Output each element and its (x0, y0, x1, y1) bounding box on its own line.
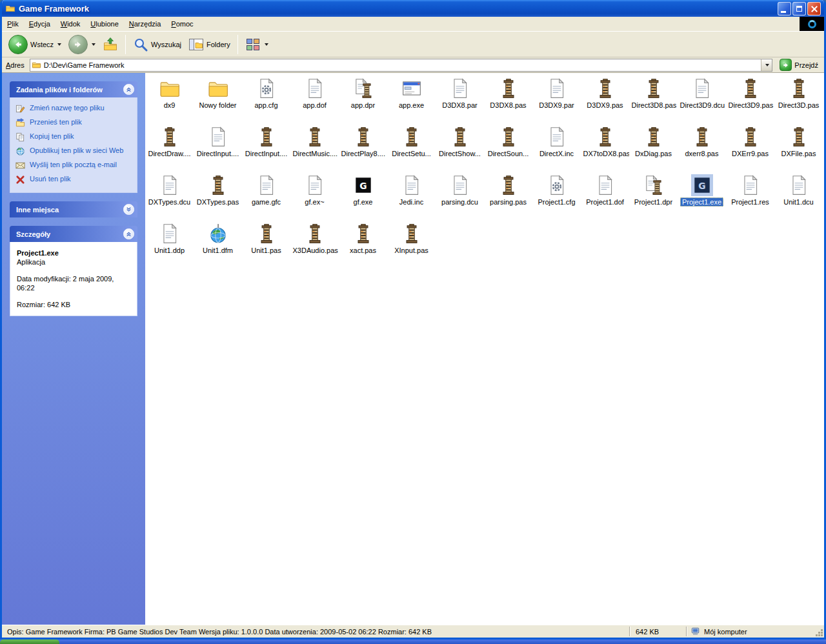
file-item-xact-pas[interactable]: xact.pas (339, 220, 387, 268)
file-item-direct3d9-dcu[interactable]: Direct3D9.dcu (678, 75, 726, 123)
panel-other-places-header[interactable]: Inne miejsca (10, 201, 137, 217)
titlebar[interactable]: Game Framework (2, 0, 824, 17)
forward-button[interactable] (66, 33, 98, 56)
file-item-parsing-dcu[interactable]: parsing.dcu (436, 172, 484, 220)
up-button[interactable] (100, 35, 121, 54)
file-item-app-cfg[interactable]: app.cfg (242, 75, 290, 123)
file-item-direct3d-pas[interactable]: Direct3D.pas (774, 75, 823, 123)
file-item-directmusic[interactable]: DirectMusic.... (290, 123, 339, 172)
file-item-direct3d8-pas[interactable]: Direct3D8.pas (629, 75, 678, 123)
file-item-d3dx9-pas[interactable]: D3DX9.pas (581, 75, 629, 123)
file-area[interactable]: dx9Nowy folderapp.cfgapp.dofapp.dprapp.e… (145, 73, 824, 625)
file-item-nowy-folder[interactable]: Nowy folder (194, 75, 242, 123)
folder-icon (159, 77, 181, 99)
search-button[interactable]: Wyszukaj (130, 35, 184, 54)
menu-item-ulubione[interactable]: Ulubione (85, 18, 123, 30)
views-button[interactable] (243, 35, 271, 54)
file-item-dxtypes-dcu[interactable]: DXTypes.dcu (145, 172, 194, 220)
file-item-dx7todx8-pas[interactable]: DX7toDX8.pas (581, 123, 629, 172)
file-item-game-gfc[interactable]: game.gfc (242, 172, 290, 220)
doc-icon (594, 174, 616, 196)
file-item-directdraw[interactable]: DirectDraw.... (145, 123, 194, 172)
file-item-dxdiag-pas[interactable]: DxDiag.pas (629, 123, 678, 172)
menu-item-narzedzia[interactable]: Narzędzia (124, 18, 166, 30)
file-item-dxerr8-pas[interactable]: dxerr8.pas (678, 123, 726, 172)
file-item-dxtypes-pas[interactable]: DXTypes.pas (194, 172, 242, 220)
file-item-unit1-pas[interactable]: Unit1.pas (242, 220, 290, 268)
file-item-gf-exe[interactable]: Ggf.exe (339, 172, 387, 220)
file-item-unit1-dcu[interactable]: Unit1.dcu (774, 172, 823, 220)
address-dropdown-button[interactable] (761, 59, 772, 71)
file-item-directsetu[interactable]: DirectSetu... (387, 123, 436, 172)
file-item-d3dx8-pas[interactable]: D3DX8.pas (484, 75, 532, 123)
file-item-unit1-dfm[interactable]: Unit1.dfm (194, 220, 242, 268)
maximize-button[interactable] (792, 2, 806, 15)
chevron-down-icon[interactable] (123, 204, 134, 215)
file-item-project1-dof[interactable]: Project1.dof (581, 172, 629, 220)
file-item-app-exe[interactable]: app.exe (387, 75, 436, 123)
close-button[interactable] (807, 2, 821, 15)
file-item-dxfile-pas[interactable]: DXFile.pas (774, 123, 823, 172)
file-item-project1-exe[interactable]: GProject1.exe (678, 172, 726, 220)
doc-icon (159, 174, 181, 196)
file-item-directplay8[interactable]: DirectPlay8.... (339, 123, 387, 172)
folders-button[interactable]: Foldery (186, 35, 233, 54)
file-item-d3dx9-par[interactable]: D3DX9.par (532, 75, 581, 123)
file-item-directsoun[interactable]: DirectSoun... (484, 123, 532, 172)
file-item-directshow[interactable]: DirectShow... (436, 123, 484, 172)
folders-label: Foldery (206, 41, 230, 48)
menu-item-plik[interactable]: Plik (2, 18, 24, 30)
menu-item-pomoc[interactable]: Pomoc (166, 18, 198, 30)
go-button[interactable]: Przejdź (776, 58, 821, 72)
pas-icon (352, 223, 374, 245)
file-item-xinput-pas[interactable]: XInput.pas (387, 220, 436, 268)
chevron-up-icon[interactable] (123, 228, 134, 239)
taskbar[interactable] (0, 639, 826, 644)
address-input[interactable]: D:\Dev\Game Framework (30, 59, 773, 72)
file-item-d3dx8-par[interactable]: D3DX8.par (436, 75, 484, 123)
panel-file-tasks-header[interactable]: Zadania plików i folderów (10, 81, 137, 97)
resize-grip[interactable] (815, 625, 824, 638)
panel-details: Szczegóły Project1.exe Aplikacja Data mo… (10, 226, 137, 316)
file-item-gf-ex[interactable]: gf.ex~ (290, 172, 339, 220)
minimize-button[interactable] (778, 2, 791, 15)
file-item-project1-dpr[interactable]: Project1.dpr (629, 172, 678, 220)
task-zmien-nazwe-tego-pliku[interactable]: Zmień nazwę tego pliku (15, 102, 134, 116)
file-item-dx9[interactable]: dx9 (145, 75, 194, 123)
task-opublikuj-ten-plik-w-sieci-web[interactable]: Opublikuj ten plik w sieci Web (15, 145, 134, 159)
file-item-project1-cfg[interactable]: Project1.cfg (532, 172, 581, 220)
file-item-app-dpr[interactable]: app.dpr (339, 75, 387, 123)
file-label: DirectX.inc (538, 149, 576, 158)
chevron-up-icon[interactable] (123, 84, 134, 95)
pas-icon (594, 126, 616, 148)
file-item-direct3d9-pas[interactable]: Direct3D9.pas (726, 75, 774, 123)
task-usun-ten-plik[interactable]: Usuń ten plik (15, 173, 134, 187)
file-label: Project1.res (729, 197, 771, 206)
file-tasks-title: Zadania plików i folderów (16, 86, 123, 94)
task-kopiuj-ten-plik[interactable]: Kopiuj ten plik (15, 130, 134, 145)
file-item-project1-res[interactable]: Project1.res (726, 172, 774, 220)
doc-icon (304, 174, 326, 196)
file-item-x3daudio-pas[interactable]: X3DAudio.pas (290, 220, 339, 268)
start-button-sliver[interactable] (0, 639, 59, 644)
menu-item-widok[interactable]: Widok (55, 18, 86, 30)
menubar: PlikEdycjaWidokUlubioneNarzędziaPomoc (2, 17, 824, 31)
file-item-parsing-pas[interactable]: parsing.pas (484, 172, 532, 220)
task-wyslij-ten-plik-poczta-e-mail[interactable]: Wyślij ten plik pocztą e-mail (15, 159, 134, 173)
file-item-jedi-inc[interactable]: Jedi.inc (387, 172, 436, 220)
address-label-rest: dres (10, 61, 24, 69)
file-item-directx-inc[interactable]: DirectX.inc (532, 123, 581, 172)
file-item-directinput[interactable]: DirectInput.... (242, 123, 290, 172)
file-item-directinput[interactable]: DirectInput.... (194, 123, 242, 172)
menu-item-edycja[interactable]: Edycja (24, 18, 55, 30)
back-button[interactable]: Wstecz (6, 33, 64, 56)
file-item-dxerr9-pas[interactable]: DXErr9.pas (726, 123, 774, 172)
pas-icon (643, 77, 665, 99)
file-item-app-dof[interactable]: app.dof (290, 75, 339, 123)
task-przenies-ten-plik[interactable]: Przenieś ten plik (15, 116, 134, 130)
task-label: Usuń ten plik (30, 175, 71, 183)
file-item-unit1-ddp[interactable]: Unit1.ddp (145, 220, 194, 268)
file-label: DXErr9.pas (730, 149, 771, 158)
panel-details-header[interactable]: Szczegóły (10, 226, 137, 242)
search-icon (133, 37, 148, 52)
